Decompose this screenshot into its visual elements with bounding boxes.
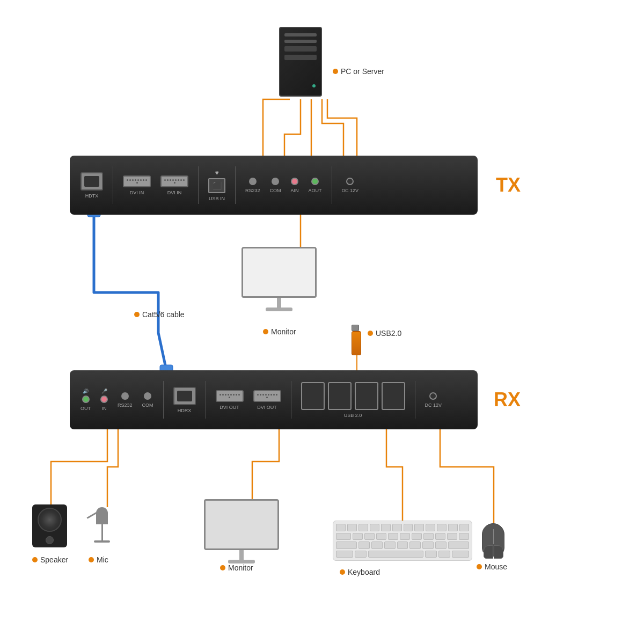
tx-dc: DC 12V (342, 178, 359, 193)
diagram-container: PC or Server TX HDTX DVI IN (0, 0, 644, 644)
pc-tower (279, 27, 322, 97)
keyboard (333, 521, 472, 561)
tx-com: COM (270, 178, 281, 193)
rx-audio-in: 🎤 IN (100, 389, 108, 411)
rx-audio-out: 🔊 OUT (80, 389, 91, 411)
connection-lines (0, 0, 644, 644)
mouse (482, 523, 504, 557)
rx-dvi-out-2: DVI OUT (253, 390, 281, 410)
rx-com: COM (142, 392, 153, 408)
tx-unit: TX HDTX DVI IN (70, 156, 478, 215)
pc-label: PC or Server (333, 67, 384, 76)
speaker (32, 504, 67, 547)
tx-rs232: RS232 (245, 178, 260, 193)
monitor-bottom-label: Monitor (220, 564, 253, 572)
monitor-top-dot (263, 329, 268, 334)
tx-usb-in: ♥ ⬛ USB IN (208, 169, 225, 201)
monitor-bottom-dot (220, 565, 225, 570)
cat-cable-label: Cat5/6 cable (134, 310, 185, 319)
speaker-dot (32, 557, 38, 562)
rx-dvi-out-1: DVI OUT (216, 390, 244, 410)
tx-hdtx-port: HDTX (80, 172, 103, 199)
rx-dc: DC 12V (425, 392, 442, 408)
keyboard-dot (340, 569, 345, 575)
tx-label: TX (496, 174, 521, 196)
rx-label: RX (494, 389, 521, 411)
monitor-bottom (204, 499, 279, 564)
mouse-label: Mouse (477, 562, 507, 571)
mouse-dot (477, 564, 482, 569)
mic-dot (89, 557, 94, 562)
rx-hdrx-port: HDRX (173, 387, 196, 413)
tx-ain: AIN (291, 178, 299, 193)
cat-cable-dot (134, 312, 140, 317)
rx-rs232: RS232 (118, 392, 133, 408)
keyboard-label: Keyboard (340, 568, 380, 576)
speaker-label: Speaker (32, 555, 68, 564)
tx-dvi-in-2: DVI IN (160, 175, 188, 195)
monitor-top-label: Monitor (263, 327, 296, 336)
rx-usb2-ports: USB 2.0 (301, 382, 405, 418)
tx-aout: AOUT (309, 178, 322, 193)
usb-dot (368, 331, 373, 336)
pc-dot (333, 69, 338, 74)
monitor-top (241, 247, 317, 311)
rx-unit: RX 🔊 OUT 🎤 IN RS232 COM HDRX (70, 370, 478, 429)
tx-dvi-in-1: DVI IN (123, 175, 151, 195)
mic-label: Mic (89, 555, 108, 564)
usb-dongle-device (352, 325, 359, 331)
mic (94, 507, 110, 543)
usb-label: USB2.0 (368, 329, 401, 338)
